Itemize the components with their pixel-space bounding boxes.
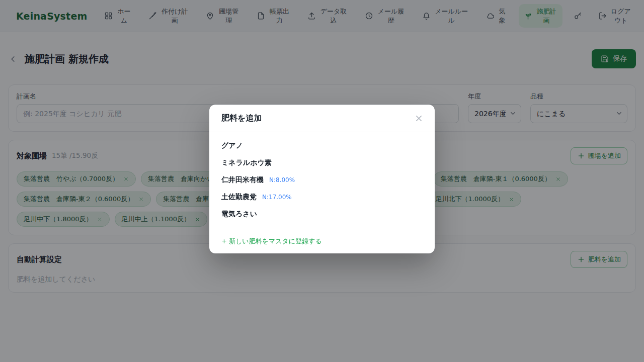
fertilizer-name: 電気ろさい <box>221 210 257 219</box>
fertilizer-name: 仁井田米有機 <box>221 175 264 185</box>
fertilizer-n-percent: N:17.00% <box>262 194 292 201</box>
fertilizer-name: 土佐勤農党 <box>221 193 257 202</box>
modal-header: 肥料を追加 <box>209 105 435 132</box>
modal-footer: + 新しい肥料をマスタに登録する <box>209 228 435 253</box>
close-icon[interactable] <box>414 114 424 123</box>
fertilizer-name: グアノ <box>221 141 243 150</box>
fertilizer-list-item[interactable]: 仁井田米有機 N:8.00% <box>209 171 435 189</box>
register-new-fertilizer-link[interactable]: + 新しい肥料をマスタに登録する <box>221 237 322 245</box>
add-fertilizer-modal: 肥料を追加 グアノ ミネラルホウ素 仁井田米有機 N:8.00% 土佐勤農党 N… <box>209 105 435 253</box>
fertilizer-list-item[interactable]: ミネラルホウ素 <box>209 154 435 171</box>
modal-title: 肥料を追加 <box>221 113 262 124</box>
fertilizer-list-item[interactable]: 土佐勤農党 N:17.00% <box>209 189 435 206</box>
fertilizer-name: ミネラルホウ素 <box>221 158 272 167</box>
fertilizer-n-percent: N:8.00% <box>269 176 295 184</box>
fertilizer-list-item[interactable]: グアノ <box>209 137 435 154</box>
fertilizer-list: グアノ ミネラルホウ素 仁井田米有機 N:8.00% 土佐勤農党 N:17.00… <box>209 132 435 228</box>
fertilizer-list-item[interactable]: 電気ろさい <box>209 206 435 223</box>
